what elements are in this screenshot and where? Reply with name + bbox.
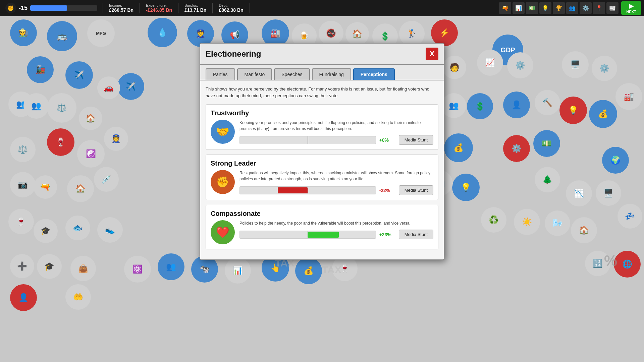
surplus-value: £13.71 Bn [184,7,206,13]
perception-strong-leader-card: Strong Leader ✊ Resignations will negati… [206,155,438,200]
compassionate-bar-fill [308,232,339,238]
debt-label: Debt: [219,3,243,7]
compassionate-bar-row: +23% Media Stunt [239,230,433,239]
approval-section: ✊ -15 [0,3,103,13]
perception-compassionate-card: Compassionate ❤️ Policies to help the ne… [206,205,438,249]
income-label: Income: [109,3,133,7]
tab-speeches[interactable]: Speeches [274,68,310,80]
tab-perceptions[interactable]: Perceptions [353,68,395,80]
strong-leader-desc: Resignations will negatively impact this… [239,170,433,182]
income-value: £260.57 Bn [109,7,133,13]
compassionate-icon: ❤️ [211,220,235,244]
strong-leader-bar-center [308,187,308,194]
strong-leader-bar-row: -22% Media Stunt [239,185,433,195]
trustworthy-value: +0% [379,137,395,143]
people-icon-btn[interactable]: 👥 [566,2,578,14]
perception-trustworthy-title: Trustworthy [211,109,433,117]
compassionate-media-stunt-btn[interactable]: Media Stunt [399,230,433,239]
trustworthy-bar-center [308,136,308,144]
trustworthy-media-stunt-btn[interactable]: Media Stunt [399,135,433,145]
lightbulb-icon-btn[interactable]: 💡 [539,2,551,14]
strong-leader-value: -22% [379,188,395,193]
debt-value: £862.38 Bn [219,7,243,13]
topbar: ✊ -15 Income: £260.57 Bn Expenditure: -£… [0,0,644,16]
approval-bar-fill [30,5,67,11]
expenditure-value: -£246.85 Bn [146,7,172,13]
modal-title: Electioneering [206,49,261,59]
modal-description: This shows how you are perceived by the … [206,86,438,99]
trustworthy-bar [239,136,376,144]
strong-leader-icon: ✊ [211,170,235,194]
chart-icon-btn[interactable]: 📊 [513,2,525,14]
approval-icon: ✊ [5,3,16,13]
perception-strong-leader-title: Strong Leader [211,160,433,167]
perception-compassionate-title: Compassionate [211,210,433,218]
compassionate-value: +23% [379,232,395,237]
perception-trustworthy-content: 🤝 Keeping your promises and your princip… [211,120,433,145]
strong-leader-bar [239,186,376,194]
topbar-icons: 🔫 📊 💵 💡 🏆 👥 ⚙️ 📍 📰 ▶ NEXT [499,1,644,15]
trustworthy-bar-row: +0% Media Stunt [239,135,433,145]
news-icon-btn[interactable]: 📰 [606,2,619,14]
map-icon-btn[interactable]: 📍 [593,2,605,14]
tab-fundraising[interactable]: Fundraising [312,68,351,80]
settings-icon-btn[interactable]: ⚙️ [580,2,592,14]
modal-body: This shows how you are perceived by the … [200,80,444,259]
strong-leader-media-stunt-btn[interactable]: Media Stunt [399,185,433,195]
compassionate-right: Policies to help the needy, the poor and… [239,220,433,239]
trustworthy-icon: 🤝 [211,120,235,144]
compassionate-desc: Policies to help the needy, the poor and… [239,220,433,226]
modal-overlay: Electioneering X Parties Manifesto Speec… [0,16,644,362]
trustworthy-right: Keeping your promises and your principle… [239,120,433,145]
dollar-icon-btn[interactable]: 💵 [526,2,538,14]
gun-icon-btn[interactable]: 🔫 [499,2,511,14]
approval-score: -15 [19,5,28,12]
expenditure-stat: Expenditure: -£246.85 Bn [140,3,178,13]
tab-manifesto[interactable]: Manifesto [237,68,272,80]
income-stat: Income: £260.57 Bn [103,3,140,13]
modal-tabs: Parties Manifesto Speeches Fundraising P… [200,65,444,80]
perception-trustworthy-card: Trustworthy 🤝 Keeping your promises and … [206,104,438,150]
surplus-stat: Surplus: £13.71 Bn [178,3,213,13]
expenditure-label: Expenditure: [146,3,172,7]
modal-header: Electioneering X [200,44,444,65]
trustworthy-desc: Keeping your promises and your principle… [239,120,433,132]
compassionate-bar [239,231,376,239]
perception-strong-leader-content: ✊ Resignations will negatively impact th… [211,170,433,195]
next-button[interactable]: ▶ NEXT [621,1,641,15]
trophy-icon-btn[interactable]: 🏆 [553,2,565,14]
approval-bar-container [30,5,97,11]
surplus-label: Surplus: [184,3,206,7]
strong-leader-bar-fill [278,187,308,193]
close-button[interactable]: X [426,48,438,60]
tab-parties[interactable]: Parties [206,68,235,80]
debt-stat: Debt: £862.38 Bn [213,3,250,13]
electioneering-modal: Electioneering X Parties Manifesto Speec… [200,43,444,260]
strong-leader-right: Resignations will negatively impact this… [239,170,433,195]
perception-compassionate-content: ❤️ Policies to help the needy, the poor … [211,220,433,244]
